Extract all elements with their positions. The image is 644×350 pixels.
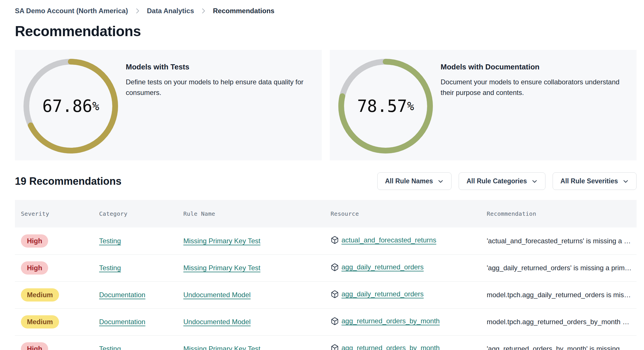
tests-donut-chart: 67.86% xyxy=(23,59,118,153)
page-title: Recommendations xyxy=(15,23,637,40)
chevron-right-icon xyxy=(134,7,141,15)
documentation-percentage: 78.57% xyxy=(338,59,433,153)
card-description: Define tests on your models to help ensu… xyxy=(126,77,313,98)
rule-name-link[interactable]: Missing Primary Key Test xyxy=(183,264,260,272)
chevron-down-icon xyxy=(437,178,444,184)
chevron-down-icon xyxy=(531,178,538,184)
table-row: Medium Documentation Undocumented Model … xyxy=(15,281,637,308)
recommendations-count-heading: 19 Recommendations xyxy=(15,175,121,187)
column-header-severity: Severity xyxy=(15,200,93,228)
model-cube-icon xyxy=(331,344,339,350)
column-header-resource: Resource xyxy=(325,200,481,228)
table-header-row: Severity Category Rule Name Resource Rec… xyxy=(15,200,637,228)
resource-link[interactable]: agg_returned_orders_by_month xyxy=(341,317,440,325)
resource-link[interactable]: agg_daily_returned_orders xyxy=(341,290,424,298)
severity-badge: High xyxy=(21,261,48,275)
category-link[interactable]: Documentation xyxy=(99,291,145,299)
rule-name-link[interactable]: Undocumented Model xyxy=(183,318,251,326)
model-cube-icon xyxy=(331,317,339,325)
resource-link[interactable]: actual_and_forecasted_returns xyxy=(341,236,436,244)
breadcrumb-account[interactable]: SA Demo Account (North America) xyxy=(15,7,128,15)
category-link[interactable]: Testing xyxy=(99,237,121,245)
recommendation-text: 'agg_daily_returned_orders' is missing a… xyxy=(487,264,631,272)
recommendation-text: model.tpch.agg_daily_returned_orders is … xyxy=(487,291,631,299)
column-header-category: Category xyxy=(93,200,177,228)
card-title: Models with Documentation xyxy=(441,63,628,71)
severity-badge: Medium xyxy=(21,315,59,328)
models-with-documentation-card: 78.57% Models with Documentation Documen… xyxy=(330,50,637,160)
rule-categories-filter-dropdown[interactable]: All Rule Categories xyxy=(459,172,545,190)
table-row: High Testing Missing Primary Key Test ac… xyxy=(15,228,637,254)
chevron-down-icon xyxy=(623,178,629,184)
resource-link[interactable]: agg_daily_returned_orders xyxy=(341,263,424,271)
tests-percentage: 67.86% xyxy=(23,59,118,153)
recommendation-text: 'actual_and_forecasted_returns' is missi… xyxy=(487,237,631,245)
severity-badge: High xyxy=(21,234,48,248)
filter-bar: All Rule Names All Rule Categories All R… xyxy=(377,172,637,190)
rule-name-link[interactable]: Undocumented Model xyxy=(183,291,251,299)
category-link[interactable]: Documentation xyxy=(99,318,145,326)
severity-badge: Medium xyxy=(21,288,59,302)
column-header-recommendation: Recommendation xyxy=(481,200,637,228)
rule-names-filter-dropdown[interactable]: All Rule Names xyxy=(377,172,451,190)
model-cube-icon xyxy=(331,290,339,298)
rule-name-link[interactable]: Missing Primary Key Test xyxy=(183,345,260,350)
card-description: Document your models to ensure collabora… xyxy=(441,77,628,98)
rule-name-link[interactable]: Missing Primary Key Test xyxy=(183,237,260,245)
recommendation-text: 'agg_returned_orders_by_month' is missin… xyxy=(487,345,629,350)
column-header-rule-name: Rule Name xyxy=(177,200,325,228)
breadcrumb: SA Demo Account (North America) Data Ana… xyxy=(15,7,637,15)
summary-cards: 67.86% Models with Tests Define tests on… xyxy=(15,50,637,160)
recommendation-text: model.tpch.agg_returned_orders_by_month … xyxy=(487,318,629,326)
table-row: High Testing Missing Primary Key Test ag… xyxy=(15,254,637,281)
list-header: 19 Recommendations All Rule Names All Ru… xyxy=(15,172,637,190)
category-link[interactable]: Testing xyxy=(99,345,121,350)
table-row: High Testing Missing Primary Key Test ag… xyxy=(15,335,637,350)
documentation-donut-chart: 78.57% xyxy=(338,59,433,153)
table-row: Medium Documentation Undocumented Model … xyxy=(15,308,637,335)
category-link[interactable]: Testing xyxy=(99,264,121,272)
chevron-right-icon xyxy=(200,7,207,15)
models-with-tests-card: 67.86% Models with Tests Define tests on… xyxy=(15,50,322,160)
recommendations-page: SA Demo Account (North America) Data Ana… xyxy=(0,0,644,350)
rule-severities-filter-dropdown[interactable]: All Rule Severities xyxy=(553,172,637,190)
severity-badge: High xyxy=(21,342,48,350)
model-cube-icon xyxy=(331,263,339,271)
breadcrumb-current: Recommendations xyxy=(213,7,274,15)
recommendations-table: Severity Category Rule Name Resource Rec… xyxy=(15,200,637,350)
resource-link[interactable]: agg_returned_orders_by_month xyxy=(341,344,440,350)
card-title: Models with Tests xyxy=(126,63,313,71)
model-cube-icon xyxy=(331,236,339,244)
breadcrumb-project[interactable]: Data Analytics xyxy=(147,7,194,15)
